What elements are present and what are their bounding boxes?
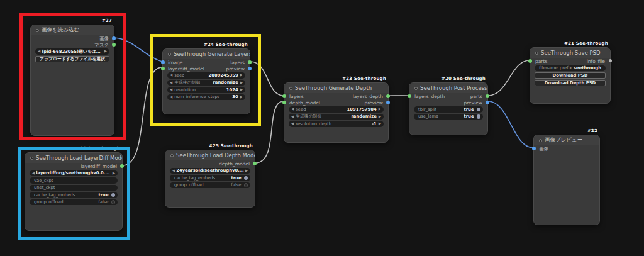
output-preview-port[interactable] <box>248 67 252 70</box>
toggle-on-icon[interactable] <box>477 108 481 112</box>
toggle-on-icon[interactable] <box>244 176 248 181</box>
filename-prefix-field[interactable]: filename_prefix seethrough <box>535 65 606 72</box>
widget-label: resolution <box>174 87 196 92</box>
output-preview-port[interactable] <box>486 101 489 104</box>
output-info-file-label: info_file <box>587 58 605 64</box>
widget-left-arrow-icon[interactable]: ◀ <box>291 122 294 126</box>
node-graph-canvas[interactable]: #27 画像を読み込む 画像 マスク ◀ (pid-66823055)想いをはせ… <box>0 0 644 256</box>
collapse-dot-icon[interactable] <box>535 52 538 55</box>
group-offload-toggle[interactable]: group_offload false <box>30 199 118 206</box>
widget-left-arrow-icon[interactable]: ◀ <box>170 74 172 77</box>
num-inference-steps-widget[interactable]: ◀ num_inference_steps 30 ▶ <box>167 94 245 101</box>
node-generate-layers[interactable]: #24 See-through SeeThrough Generate Laye… <box>162 48 250 114</box>
output-depth-model-port[interactable] <box>253 162 257 165</box>
combo-right-arrow-icon[interactable]: ▶ <box>113 172 115 175</box>
download-psd-button[interactable]: Download PSD <box>535 72 606 79</box>
collapse-dot-icon[interactable] <box>170 154 174 157</box>
wire-depth-model <box>255 101 284 163</box>
widget-left-arrow-icon[interactable]: ◀ <box>170 81 172 85</box>
widget-right-arrow-icon[interactable]: ▶ <box>240 96 243 99</box>
widget-value: -1 <box>372 121 377 126</box>
node-post-process[interactable]: #20 See-through SeeThrough Post Process … <box>409 82 488 135</box>
unet-ckpt-widget[interactable]: unet_ckpt <box>30 185 118 191</box>
toggle-on-icon[interactable] <box>477 114 481 119</box>
widget-left-arrow-icon[interactable]: ◀ <box>170 88 172 92</box>
wire-layerdiff-model <box>123 67 162 165</box>
widget-right-arrow-icon[interactable]: ▶ <box>240 81 243 85</box>
node-load-layerdiff-model[interactable]: #26 See-through SeeThrough Load LayerDif… <box>25 152 123 231</box>
node-title: 画像プレビュー <box>545 136 582 144</box>
control-after-generate-widget[interactable]: ◀ 生成後の制御 randomize ▶ <box>167 80 245 86</box>
output-mask-port[interactable] <box>112 43 116 47</box>
node-title: SeeThrough Generate Layers <box>174 51 250 57</box>
download-depth-psd-button[interactable]: Download Depth PSD <box>535 80 606 86</box>
widget-value: seethrough <box>574 65 601 70</box>
filename-value: (pid-66823055)想いをはせる妖夢 ... <box>42 48 103 55</box>
model-combo[interactable]: ◀ layerdifforg/seethroughv0.0.2_layerdif… <box>30 170 118 177</box>
control-after-generate-widget[interactable]: ◀ 生成後の制御 randomize ▶ <box>289 114 384 120</box>
upload-file-button[interactable]: アップロードするファイルを選択 <box>35 56 109 62</box>
combo-right-arrow-icon[interactable]: ▶ <box>104 50 107 53</box>
collapse-dot-icon[interactable] <box>36 29 39 32</box>
input-image-port[interactable] <box>532 147 536 150</box>
input-image-port[interactable] <box>161 60 165 64</box>
input-parts-port[interactable] <box>528 59 532 63</box>
widget-right-arrow-icon[interactable]: ▶ <box>240 88 243 92</box>
seed-widget[interactable]: ◀ seed 1091757904 ▶ <box>289 106 384 113</box>
combo-right-arrow-icon[interactable]: ▶ <box>245 169 248 173</box>
output-preview-port[interactable] <box>386 101 390 104</box>
filename-combo[interactable]: ◀ (pid-66823055)想いをはせる妖夢 ... ▶ <box>35 48 109 55</box>
model-combo[interactable]: ◀ 24yearsold/seethroughv0.0.1_marigold ▶ <box>170 168 250 174</box>
resolution-depth-widget[interactable]: ◀ resolution_depth -1 ▶ <box>289 121 384 127</box>
cache-tag-embeds-toggle[interactable]: cache_tag_embeds true <box>30 192 118 198</box>
collapse-dot-icon[interactable] <box>414 87 418 90</box>
toggle-on-icon[interactable] <box>111 193 116 198</box>
combo-left-arrow-icon[interactable]: ◀ <box>38 50 40 53</box>
collapse-dot-icon[interactable] <box>289 87 292 90</box>
vae-ckpt-widget[interactable]: vae_ckpt <box>30 177 118 184</box>
widget-right-arrow-icon[interactable]: ▶ <box>379 122 381 126</box>
combo-left-arrow-icon[interactable]: ◀ <box>172 169 175 173</box>
node-load-image[interactable]: #27 画像を読み込む 画像 マスク ◀ (pid-66823055)想いをはせ… <box>30 25 114 136</box>
node-image-preview[interactable]: #22 画像プレビュー 画像 <box>533 135 600 225</box>
slot-row: マスク <box>31 42 114 48</box>
node-badge: #20 See-through <box>441 76 486 81</box>
node-save-psd[interactable]: #21 See-through SeeThrough Save PSD part… <box>530 47 611 104</box>
tblr-split-toggle[interactable]: tblr_split true <box>414 106 483 113</box>
input-layers-port[interactable] <box>282 94 286 98</box>
widget-left-arrow-icon[interactable]: ◀ <box>291 115 294 119</box>
collapse-dot-icon[interactable] <box>30 157 33 160</box>
output-layers-port[interactable] <box>248 60 252 64</box>
seed-widget[interactable]: ◀ seed 2009245359 ▶ <box>167 72 245 79</box>
input-layers-depth-port[interactable] <box>408 94 411 98</box>
collapse-dot-icon[interactable] <box>168 53 171 56</box>
widget-right-arrow-icon[interactable]: ▶ <box>379 115 381 119</box>
widget-right-arrow-icon[interactable]: ▶ <box>240 74 243 77</box>
collapse-dot-icon[interactable] <box>539 139 542 142</box>
node-title: SeeThrough Load LayerDiff Model <box>36 155 122 161</box>
resolution-widget[interactable]: ◀ resolution 1024 ▶ <box>167 87 245 93</box>
widget-label: unet_ckpt <box>34 185 55 190</box>
input-layerdiff-model-port[interactable] <box>161 67 165 70</box>
use-lama-toggle[interactable]: use_lama true <box>414 114 483 120</box>
node-generate-depth[interactable]: #23 See-through SeeThrough Generate Dept… <box>284 82 389 143</box>
combo-left-arrow-icon[interactable]: ◀ <box>32 172 35 175</box>
widget-right-arrow-icon[interactable]: ▶ <box>379 108 381 111</box>
node-load-depth-model[interactable]: #25 See-through SeeThrough Load Depth Mo… <box>165 150 255 208</box>
slot-row: preview <box>409 99 487 106</box>
toggle-value: true <box>464 114 474 119</box>
input-depth-model-port[interactable] <box>282 101 286 104</box>
output-layers-depth-port[interactable] <box>386 94 390 98</box>
slot-row: 画像 <box>534 145 599 152</box>
toggle-off-icon[interactable] <box>244 183 248 187</box>
output-image-port[interactable] <box>112 36 116 40</box>
toggle-off-icon[interactable] <box>111 200 116 204</box>
cache-tag-embeds-toggle[interactable]: cache_tag_embeds true <box>170 175 250 181</box>
output-layerdiff-model-port[interactable] <box>120 164 124 168</box>
group-offload-toggle[interactable]: group_offload false <box>170 182 250 189</box>
widget-left-arrow-icon[interactable]: ◀ <box>291 108 294 111</box>
node-title-bar: 画像プレビュー <box>534 135 599 145</box>
output-parts-port[interactable] <box>486 94 489 98</box>
widget-left-arrow-icon[interactable]: ◀ <box>170 96 172 99</box>
output-info-file-port[interactable] <box>609 59 612 62</box>
